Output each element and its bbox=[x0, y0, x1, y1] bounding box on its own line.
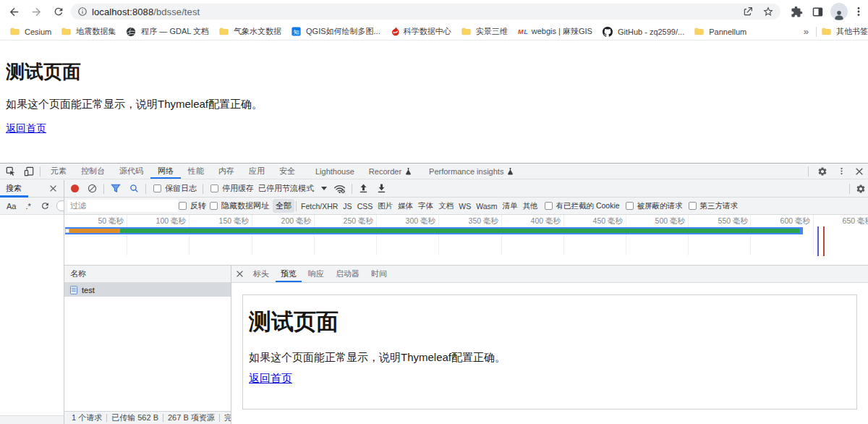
devtools-tab-performance-insights[interactable]: Performance insights bbox=[422, 164, 521, 179]
network-conditions-icon bbox=[333, 184, 346, 194]
network-panel: 保留日志 停用缓存 已停用节流模式 bbox=[64, 180, 868, 424]
clear-button[interactable] bbox=[88, 184, 97, 193]
disable-cache-checkbox[interactable] bbox=[210, 185, 218, 192]
blocked-requests-checkbox[interactable] bbox=[626, 202, 634, 210]
devtools-settings-button[interactable] bbox=[813, 164, 832, 179]
devtools-panel: 元素 控制台 源代码 网络 性能 内存 应用 安全 Lighthouse Rec… bbox=[0, 163, 868, 424]
preview-page-paragraph: 如果这个页面能正常显示，说明Thymeleaf配置正确。 bbox=[249, 351, 506, 365]
network-overview-timeline[interactable]: 50 毫秒 100 毫秒 150 毫秒 200 毫秒 250 毫秒 300 毫秒… bbox=[64, 215, 868, 265]
name-column-header[interactable]: 名称 bbox=[64, 266, 231, 283]
filter-type-manifest[interactable]: 清单 bbox=[503, 201, 518, 211]
devtools-tab-performance[interactable]: 性能 bbox=[181, 164, 211, 179]
filter-type-img[interactable]: 图片 bbox=[378, 201, 393, 211]
device-toolbar-button[interactable] bbox=[20, 164, 38, 179]
filter-input[interactable]: 过滤 bbox=[67, 200, 178, 212]
browser-menu-button[interactable] bbox=[849, 1, 868, 22]
share-button[interactable] bbox=[738, 4, 758, 20]
side-panel-button[interactable] bbox=[807, 1, 828, 22]
search-refresh-button[interactable] bbox=[41, 201, 50, 211]
filter-type-all[interactable]: 全部 bbox=[273, 199, 294, 213]
devtools-tab-console[interactable]: 控制台 bbox=[74, 164, 112, 179]
record-button[interactable] bbox=[71, 185, 79, 192]
separator bbox=[103, 184, 104, 194]
details-tab-preview[interactable]: 预览 bbox=[276, 266, 302, 282]
devtools-close-button[interactable] bbox=[851, 164, 868, 179]
network-toolbar: 保留日志 停用缓存 已停用节流模式 bbox=[64, 180, 868, 198]
forward-button[interactable] bbox=[25, 1, 47, 22]
search-drawer-close-button[interactable] bbox=[44, 185, 61, 192]
bookmark-star-button[interactable] bbox=[758, 4, 778, 20]
filter-type-js[interactable]: JS bbox=[343, 202, 352, 211]
bookmark-item-earthquake[interactable]: 地震数据集 bbox=[61, 26, 116, 37]
devtools-tab-sources[interactable]: 源代码 bbox=[112, 164, 150, 179]
network-settings-button[interactable] bbox=[854, 184, 868, 194]
separator bbox=[352, 184, 352, 194]
blocked-cookies-checkbox[interactable] bbox=[545, 202, 553, 210]
match-case-toggle[interactable]: Aa bbox=[7, 202, 16, 211]
import-har-button[interactable] bbox=[359, 184, 368, 193]
devtools-tab-security[interactable]: 安全 bbox=[272, 164, 302, 179]
filter-type-media[interactable]: 媒体 bbox=[398, 201, 413, 211]
filter-type-wasm[interactable]: Wasm bbox=[476, 202, 497, 211]
filter-type-other[interactable]: 其他 bbox=[523, 201, 538, 211]
back-home-link[interactable]: 返回首页 bbox=[6, 122, 46, 135]
search-input[interactable] bbox=[56, 200, 64, 211]
preserve-log-checkbox[interactable] bbox=[153, 185, 161, 192]
third-party-checkbox[interactable] bbox=[689, 202, 697, 210]
inspect-element-button[interactable] bbox=[1, 164, 20, 179]
filter-type-doc[interactable]: 文档 bbox=[438, 201, 454, 211]
network-conditions-button[interactable] bbox=[333, 184, 346, 194]
filter-toggle-button[interactable] bbox=[111, 184, 121, 193]
devtools-tab-memory[interactable]: 内存 bbox=[211, 164, 242, 179]
details-tab-initiator[interactable]: 启动器 bbox=[331, 266, 365, 282]
devtools-tab-application[interactable]: 应用 bbox=[242, 164, 272, 179]
throttling-select[interactable]: 已停用节流模式 bbox=[258, 183, 327, 194]
other-bookmarks-button[interactable]: 其他书签 bbox=[822, 26, 868, 37]
bookmark-item-science-data[interactable]: 科学数据中心 bbox=[391, 26, 451, 37]
filter-type-css[interactable]: CSS bbox=[357, 202, 373, 211]
devtools-tab-recorder[interactable]: Recorder bbox=[362, 164, 419, 179]
network-search-button[interactable] bbox=[129, 184, 139, 193]
profile-button[interactable] bbox=[828, 1, 849, 22]
preview-back-home-link[interactable]: 返回首页 bbox=[249, 372, 292, 386]
back-button[interactable] bbox=[3, 1, 25, 22]
bookmark-item-pannellum[interactable]: Pannellum bbox=[694, 27, 746, 36]
separator bbox=[163, 414, 163, 422]
bookmark-item-3d[interactable]: 实景三维 bbox=[461, 26, 508, 37]
details-tab-timing[interactable]: 时间 bbox=[366, 266, 392, 282]
hide-data-urls-checkbox[interactable] bbox=[210, 202, 218, 210]
bookmark-item-github[interactable]: GitHub - zq2599/... bbox=[603, 27, 684, 37]
filter-type-fetch-xhr[interactable]: Fetch/XHR bbox=[301, 202, 338, 211]
regex-toggle[interactable]: .* bbox=[25, 202, 30, 211]
bookmark-item-cesium[interactable]: Cesium bbox=[10, 27, 51, 36]
details-tab-headers[interactable]: 标头 bbox=[248, 266, 274, 282]
upload-arrow-icon bbox=[359, 184, 368, 193]
devtools-tab-network[interactable]: 网络 bbox=[150, 164, 181, 179]
ruler-tick-label: 100 毫秒 bbox=[127, 216, 186, 226]
details-tab-response[interactable]: 响应 bbox=[303, 266, 329, 282]
export-har-button[interactable] bbox=[377, 184, 386, 193]
devtools-menu-button[interactable] bbox=[832, 164, 851, 179]
filter-type-font[interactable]: 字体 bbox=[418, 201, 433, 211]
request-row-test[interactable]: test bbox=[64, 283, 231, 297]
reload-button[interactable] bbox=[48, 1, 69, 22]
address-bar[interactable]: localhost:8088/bdsse/test bbox=[71, 4, 780, 20]
finish-time: 完成时间: 608 毫秒 bbox=[224, 412, 231, 423]
devtools-tab-elements[interactable]: 元素 bbox=[43, 164, 74, 179]
preview-panel: 测试页面 如果这个页面能正常显示，说明Thymeleaf配置正确。 返回首页 bbox=[231, 283, 868, 424]
bookmark-item-weather[interactable]: 气象水文数据 bbox=[219, 26, 281, 37]
bookmark-label: QGIS如何绘制多图... bbox=[306, 26, 380, 37]
invert-checkbox[interactable] bbox=[179, 202, 187, 210]
site-info-button[interactable] bbox=[73, 4, 92, 20]
separator bbox=[808, 166, 809, 177]
bookmarks-overflow-button[interactable]: » bbox=[799, 26, 813, 37]
ruler-tick-label: 650 毫秒 bbox=[813, 216, 868, 226]
bookmark-item-qgis[interactable]: 知 QGIS如何绘制多图... bbox=[292, 26, 380, 37]
bookmark-item-gdal[interactable]: 程序 — GDAL 文档 bbox=[126, 26, 209, 37]
bookmark-item-webgis[interactable]: ML webgis | 麻辣GIS bbox=[518, 26, 592, 37]
extensions-button[interactable] bbox=[786, 1, 807, 22]
filter-type-ws[interactable]: WS bbox=[459, 202, 471, 211]
devtools-tab-lighthouse[interactable]: Lighthouse bbox=[308, 164, 362, 179]
blocked-requests-label: 被屏蔽的请求 bbox=[637, 201, 683, 211]
details-close-button[interactable] bbox=[231, 266, 248, 282]
